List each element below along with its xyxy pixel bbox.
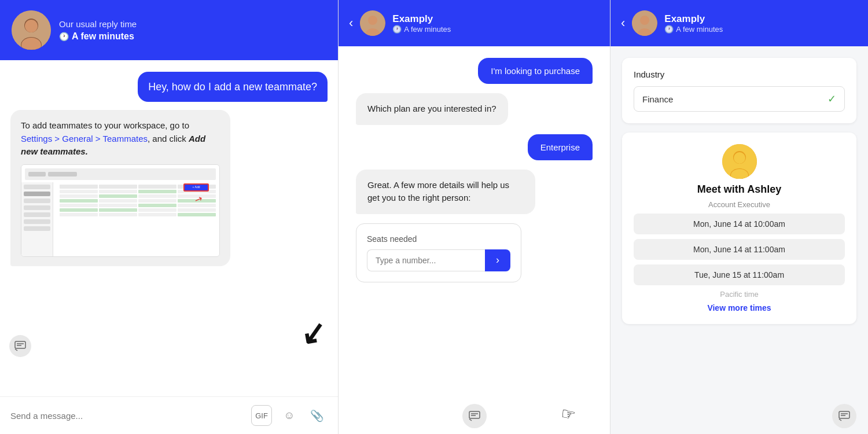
svg-line-25: [839, 419, 841, 421]
svg-line-13: [469, 419, 472, 421]
panel3-compose-icon[interactable]: [832, 404, 856, 428]
reply-label: Our usual reply time: [59, 19, 137, 29]
panel1-compose-icon[interactable]: [9, 335, 31, 357]
panel3-name: Examply: [664, 13, 723, 25]
panel3-avatar: [632, 10, 657, 36]
panel-3: ‹ Examply 🕐 A few minutes Industry Finan…: [610, 0, 868, 434]
panel2-reply-time: 🕐 A few minutes: [392, 25, 451, 34]
bot-text-before-link: To add teammates to your workspace, go t…: [21, 120, 189, 130]
back-button-2[interactable]: ‹: [349, 16, 353, 31]
industry-select[interactable]: Finance ✓: [634, 86, 845, 112]
panel2-header: ‹ Examply 🕐 A few minutes: [339, 0, 610, 46]
panel-2: ‹ Examply 🕐 A few minutes I'm looking to…: [339, 0, 610, 434]
panel3-body: Industry Finance ✓ Meet with Ashley Acco…: [610, 46, 868, 434]
panel2-avatar: [360, 10, 385, 36]
meet-card: Meet with Ashley Account Executive Mon, …: [622, 133, 856, 324]
screenshot-preview: + Add ↗: [21, 164, 220, 257]
reply-time: 🕐 A few minutes: [59, 31, 137, 42]
industry-card: Industry Finance ✓: [622, 58, 856, 123]
cursor-indicator: ☞: [559, 403, 576, 425]
svg-rect-12: [469, 411, 480, 418]
seats-submit-button[interactable]: ›: [485, 249, 510, 271]
bot-text-after-link: , and click: [148, 134, 189, 144]
panel2-header-info: Examply 🕐 A few minutes: [392, 13, 451, 34]
message-input[interactable]: [10, 411, 244, 421]
seats-number-input[interactable]: [367, 249, 485, 271]
user-message-1: Hey, how do I add a new teammate?: [138, 72, 328, 102]
panel1-header: Our usual reply time 🕐 A few minutes: [0, 0, 338, 60]
industry-label: Industry: [634, 69, 845, 79]
attachment-button[interactable]: 📎: [307, 405, 328, 426]
industry-value: Finance: [642, 94, 673, 104]
view-more-times-link[interactable]: View more times: [707, 303, 771, 312]
timezone-label: Pacific time: [720, 290, 758, 299]
svg-point-3: [25, 20, 38, 32]
svg-rect-5: [15, 341, 25, 348]
settings-link[interactable]: Settings > General > Teammates: [21, 134, 148, 144]
avatar: [12, 10, 51, 50]
time-slot-2[interactable]: Mon, June 14 at 11:00am: [634, 239, 845, 260]
emoji-button[interactable]: ☺: [279, 405, 300, 426]
clock-icon-2: 🕐: [392, 25, 402, 34]
checkmark-icon: ✓: [827, 93, 836, 105]
panel1-header-info: Our usual reply time 🕐 A few minutes: [59, 19, 137, 42]
panel2-bot-msg-1: Which plan are you interested in?: [356, 93, 508, 125]
panel2-name: Examply: [392, 13, 451, 25]
time-slot-1[interactable]: Mon, June 14 at 10:00am: [634, 214, 845, 234]
seats-input-row: ›: [367, 249, 510, 271]
svg-point-10: [368, 16, 377, 25]
panel2-chat-body: I'm looking to purchase Which plan are y…: [339, 46, 610, 434]
svg-rect-24: [839, 411, 849, 418]
back-button-3[interactable]: ‹: [621, 16, 625, 31]
bot-message-1: To add teammates to your workspace, go t…: [10, 110, 230, 266]
panel1-chat-body: Hey, how do I add a new teammate? To add…: [0, 60, 338, 396]
panel2-user-msg-2: Enterprise: [528, 134, 593, 160]
panel2-bot-msg-2: Great. A few more details will help us g…: [356, 170, 535, 214]
svg-point-17: [640, 16, 649, 25]
svg-line-6: [15, 349, 17, 351]
meet-avatar: [722, 144, 757, 179]
meet-name: Meet with Ashley: [697, 183, 781, 196]
gif-button[interactable]: GIF: [251, 405, 272, 426]
clock-icon: 🕐: [59, 32, 69, 41]
svg-point-22: [734, 152, 745, 164]
panel-1: Our usual reply time 🕐 A few minutes Hey…: [0, 0, 339, 434]
panel2-compose-icon[interactable]: [462, 404, 487, 428]
clock-icon-3: 🕐: [664, 25, 674, 34]
reply-time-text: A few minutes: [72, 31, 134, 42]
panel3-header: ‹ Examply 🕐 A few minutes: [610, 0, 868, 46]
meet-role: Account Executive: [708, 200, 770, 209]
arrow-indicator: ↙: [298, 314, 329, 352]
seats-form: Seats needed ›: [356, 223, 521, 282]
seats-label: Seats needed: [367, 234, 510, 244]
time-slot-3[interactable]: Tue, June 15 at 11:00am: [634, 264, 845, 285]
panel2-user-msg-1: I'm looking to purchase: [478, 58, 593, 84]
panel1-chat-footer: GIF ☺ 📎: [0, 396, 338, 434]
panel3-header-info: Examply 🕐 A few minutes: [664, 13, 723, 34]
panel3-reply-time: 🕐 A few minutes: [664, 25, 723, 34]
